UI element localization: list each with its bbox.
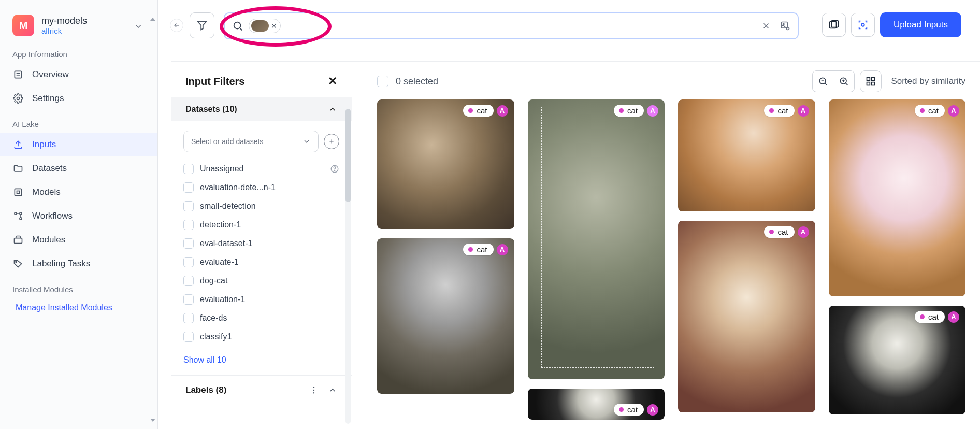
result-card[interactable]: catA [678,221,815,412]
dataset-row[interactable]: evaluate-1 [183,253,339,271]
show-all-datasets-link[interactable]: Show all 10 [171,349,352,375]
dataset-label: detection-1 [200,220,241,230]
datasets-section-header[interactable]: Datasets (10) [171,97,352,121]
manage-installed-modules-link[interactable]: Manage Installed Modules [0,298,157,318]
dataset-checkbox[interactable] [183,257,194,267]
dataset-row[interactable]: eval-dataset-1 [183,234,339,253]
svg-rect-5 [15,189,21,195]
nav-inputs[interactable]: Inputs [0,133,157,156]
annotator-badge[interactable]: A [647,404,658,416]
result-tag[interactable]: cat [463,244,493,255]
result-tag[interactable]: cat [463,105,493,117]
svg-line-34 [846,83,848,85]
app-user-link[interactable]: alfrick [41,26,87,35]
dataset-checkbox[interactable] [183,182,194,193]
nav-datasets[interactable]: Datasets [0,156,157,180]
upload-inputs-button[interactable]: Upload Inputs [880,12,961,37]
chip-remove-icon[interactable]: ✕ [271,22,277,30]
close-filters-icon[interactable]: ✕ [328,75,337,88]
annotator-badge[interactable]: A [948,311,959,323]
result-tag[interactable]: cat [764,105,794,117]
tag-dot-icon [619,407,624,412]
models-icon [12,187,24,198]
annotator-badge[interactable]: A [948,105,959,117]
dataset-checkbox[interactable] [183,220,194,230]
result-tag[interactable]: cat [915,311,945,323]
result-card[interactable]: catA [377,99,514,229]
zoom-in-button[interactable] [833,71,854,92]
result-tag[interactable]: cat [614,105,644,117]
result-card[interactable]: catA [528,99,665,379]
svg-point-7 [15,212,17,214]
result-card[interactable]: catA [678,99,815,211]
dataset-checkbox[interactable] [183,238,194,249]
dataset-checkbox[interactable] [183,276,194,286]
zoom-out-button[interactable] [813,71,833,92]
svg-rect-18 [782,22,788,28]
filters-scrollbar[interactable] [345,109,351,424]
clear-search-icon[interactable] [761,21,771,31]
dataset-row[interactable]: small-detection [183,197,339,216]
svg-point-26 [334,170,335,171]
annotator-badge[interactable]: A [497,244,508,255]
chevron-up-icon[interactable] [328,385,337,395]
search-bar[interactable]: ✕ [224,12,799,39]
result-card[interactable]: catA [829,99,966,296]
annotator-badge[interactable]: A [497,105,508,117]
app-header[interactable]: M my-models alfrick [0,6,157,40]
select-all-checkbox[interactable] [377,76,388,87]
labels-section-header[interactable]: Labels (8) [171,375,352,405]
dataset-row[interactable]: evaluation-dete...n-1 [183,178,339,197]
nav-modules[interactable]: Modules [0,228,157,252]
nav-settings[interactable]: Settings [0,87,157,110]
tag-text: cat [477,106,487,115]
dataset-checkbox[interactable] [183,332,194,342]
annotator-badge[interactable]: A [798,226,809,238]
collapse-sidebar-button[interactable] [170,19,183,32]
dataset-checkbox[interactable] [183,164,194,174]
tag-dot-icon [769,230,774,234]
dataset-row[interactable]: face-ds [183,309,339,327]
result-card[interactable]: catA [377,238,514,394]
gallery-button[interactable] [822,13,846,37]
result-tag[interactable]: cat [764,226,794,238]
svg-rect-40 [872,82,875,85]
annotator-badge[interactable]: A [798,105,809,117]
filters-scrollbar-thumb[interactable] [345,109,351,202]
dataset-row[interactable]: classify1 [183,327,339,346]
tag-text: cat [777,106,788,115]
image-search-icon[interactable] [780,21,790,31]
help-icon[interactable] [330,164,339,174]
nav-workflows[interactable]: Workflows [0,204,157,228]
result-card[interactable]: catA [528,389,665,420]
dataset-row[interactable]: evaluation-1 [183,290,339,309]
result-tag[interactable]: cat [915,105,945,117]
sort-label[interactable]: Sorted by similarity [891,76,965,87]
dataset-row[interactable]: dog-cat [183,271,339,290]
dataset-checkbox[interactable] [183,313,194,323]
sidebar-scrollbar[interactable] [148,5,157,429]
inputs-icon [12,139,24,150]
nav-labeling-tasks[interactable]: Labeling Tasks [0,252,157,276]
result-tag[interactable]: cat [614,404,644,416]
add-dataset-button[interactable]: ＋ [324,134,339,149]
dataset-label: evaluation-1 [200,295,245,304]
dataset-checkbox[interactable] [183,294,194,305]
chevron-down-icon[interactable] [134,22,143,31]
datasets-select[interactable]: Select or add datasets [183,131,319,152]
result-card[interactable]: catA [829,306,966,414]
search-image-chip[interactable]: ✕ [249,19,281,33]
dataset-row[interactable]: detection-1 [183,216,339,234]
datasets-select-placeholder: Select or add datasets [191,137,263,146]
nav-overview[interactable]: Overview [0,63,157,87]
result-image [678,221,815,412]
dataset-row[interactable]: Unassigned [183,160,339,178]
chevron-up-icon[interactable] [328,105,337,114]
filter-toggle-button[interactable] [190,12,214,38]
object-mode-button[interactable] [851,13,875,37]
annotator-badge[interactable]: A [647,105,658,117]
more-icon[interactable] [309,385,319,395]
dataset-checkbox[interactable] [183,201,194,211]
layout-toggle-button[interactable] [860,70,882,92]
nav-models[interactable]: Models [0,180,157,204]
